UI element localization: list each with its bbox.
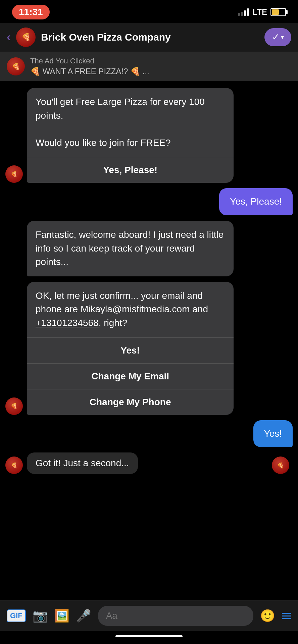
bot-avatar-1: 🍕 (5, 165, 23, 183)
message-row-4: 🍕 OK, let me just confirm... your email … (5, 282, 293, 415)
bot-message-1: You'll get Free Large Pizza for every 10… (27, 88, 234, 183)
chevron-down-icon: ▾ (281, 34, 284, 41)
menu-line-3 (282, 618, 291, 619)
signal-bar-4 (247, 8, 249, 16)
message-input[interactable] (98, 606, 253, 626)
typing-avatar-icon: 🍕 (277, 462, 284, 469)
checkmark-icon: ✓ (272, 33, 280, 42)
yes-button[interactable]: Yes! (27, 337, 234, 363)
menu-line-2 (282, 615, 291, 616)
camera-button[interactable]: 📷 (33, 609, 48, 623)
avatar-image: 🍕 (16, 28, 36, 47)
gif-button[interactable]: GIF (7, 609, 26, 622)
status-right: LTE (238, 7, 286, 17)
more-options-button[interactable] (282, 613, 291, 619)
ad-content: The Ad You Clicked 🍕 WANT A FREE PIZZA!?… (30, 57, 291, 76)
ad-avatar: 🍕 (7, 57, 25, 75)
emoji-button[interactable]: 🙂 (260, 609, 275, 623)
battery-icon (270, 8, 286, 16)
bot-typing-message: Got it! Just a second... (27, 452, 138, 474)
ad-avatar-icon: 🍕 (12, 62, 20, 70)
bot-message-2: Fantastic, welcome aboard! I just need a… (27, 221, 234, 276)
message-row-2: Yes, Please! (5, 188, 293, 215)
signal-bars (238, 8, 249, 16)
status-bar: 11:31 LTE (0, 0, 298, 23)
back-button[interactable]: ‹ (7, 31, 11, 43)
message-toolbar: GIF 📷 🖼️ 🎤 🙂 (0, 600, 298, 631)
signal-bar-3 (244, 10, 246, 16)
bot-avatar-3: 🍕 (5, 457, 23, 474)
bot-avatar-icon-2: 🍕 (11, 403, 17, 409)
contact-avatar: 🍕 (16, 28, 36, 47)
avatar-initials: 🍕 (21, 33, 31, 42)
message-row-1: 🍕 You'll get Free Large Pizza for every … (5, 88, 293, 183)
chat-header: ‹ 🍕 Brick Oven Pizza Company ✓ ▾ (0, 23, 298, 52)
bot-avatar-icon-1: 🍕 (11, 171, 17, 177)
message-row-3: Fantastic, welcome aboard! I just need a… (5, 221, 293, 276)
bot-avatar-icon-3: 🍕 (11, 462, 17, 469)
status-time: 11:31 (12, 5, 50, 19)
mic-button[interactable]: 🎤 (76, 609, 91, 623)
change-email-button[interactable]: Change My Email (27, 363, 234, 389)
lte-label: LTE (252, 7, 267, 17)
bot-message-text-1: You'll get Free Large Pizza for every 10… (27, 88, 234, 157)
contact-name: Brick Oven Pizza Company (41, 32, 259, 43)
bot-avatar-2: 🍕 (5, 397, 23, 415)
phone-link: +13101234568 (36, 318, 99, 328)
home-bar (115, 635, 183, 637)
photo-button[interactable]: 🖼️ (54, 609, 69, 623)
ad-title: The Ad You Clicked (30, 57, 291, 65)
chat-area: 🍕 You'll get Free Large Pizza for every … (0, 81, 298, 600)
actions-button[interactable]: ✓ ▾ (264, 28, 291, 46)
user-message-1: Yes, Please! (219, 188, 293, 215)
ad-banner[interactable]: 🍕 The Ad You Clicked 🍕 WANT A FREE PIZZA… (0, 52, 298, 81)
battery-fill (272, 9, 279, 15)
message-row-5: Yes! (5, 420, 293, 447)
ad-text: 🍕 WANT A FREE PIZZA!? 🍕 ... (30, 67, 291, 76)
signal-bar-2 (241, 12, 243, 16)
yes-please-button-1[interactable]: Yes, Please! (27, 157, 234, 183)
bot-message-3: OK, let me just confirm... your email an… (27, 282, 234, 415)
bot-message-text-3: OK, let me just confirm... your email an… (27, 282, 234, 337)
user-message-2: Yes! (253, 420, 293, 447)
message-row-6: 🍕 Got it! Just a second... 🍕 (5, 452, 293, 474)
signal-bar-1 (238, 13, 240, 16)
change-phone-button[interactable]: Change My Phone (27, 389, 234, 415)
menu-line-1 (282, 613, 291, 614)
home-indicator (0, 631, 298, 644)
typing-avatar: 🍕 (272, 457, 289, 474)
